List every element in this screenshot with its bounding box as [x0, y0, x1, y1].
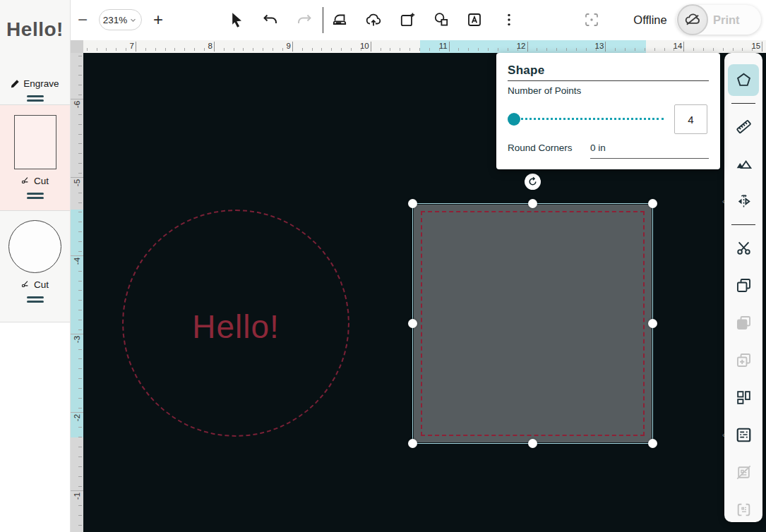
step-drag-handle[interactable] [27, 193, 44, 199]
cut-icon [21, 176, 30, 186]
engrave-text[interactable]: Hello! [124, 308, 348, 346]
circle-step-thumbnail [8, 220, 61, 273]
mountains-icon [735, 155, 753, 173]
chevron-down-icon [128, 16, 138, 25]
grid-bracket-icon [735, 501, 753, 519]
selected-square-shape[interactable] [412, 203, 653, 444]
cursor-icon [228, 11, 245, 28]
steps-sidebar: Hello! Engrave Cut Cut [0, 0, 71, 532]
scanner-icon [331, 11, 348, 28]
zoom-level-dropdown[interactable]: 231% [99, 9, 142, 30]
ruler-tick-label: -2 [72, 411, 82, 424]
arrange-tool[interactable] [728, 382, 759, 413]
copy-plus-icon [735, 351, 753, 369]
expand-chevron-icon[interactable]: ‹ [722, 197, 725, 205]
measure-tool[interactable] [728, 111, 759, 143]
align-panel-icon [735, 426, 753, 444]
step-cut-square[interactable]: Cut [0, 105, 70, 211]
selection-handle-w[interactable] [408, 319, 417, 328]
ruler-tick-label: 7 [116, 42, 134, 50]
circle-shape[interactable]: Hello! [122, 210, 349, 437]
round-corners-label: Round Corners [508, 143, 573, 153]
copy-icon [735, 277, 753, 294]
cut-tool[interactable] [728, 232, 759, 264]
selection-handle-n[interactable] [528, 199, 537, 208]
ruler-tick-label: 13 [585, 42, 604, 50]
ruler-tick-label: -6 [72, 98, 82, 111]
mirror-tool[interactable]: ‹ [728, 186, 759, 217]
ruler-tick-label: 15 [742, 42, 760, 50]
insert-artwork-button[interactable] [399, 11, 416, 28]
copy-filled-icon [735, 314, 753, 332]
select-tool-button[interactable] [228, 11, 245, 28]
mirror-icon [735, 193, 753, 210]
duplicate-tool[interactable] [728, 270, 759, 301]
artwork-tool[interactable] [728, 148, 759, 180]
rail-divider [731, 103, 755, 104]
redo-button[interactable] [296, 11, 313, 28]
step-drag-handle[interactable] [27, 296, 44, 303]
ruler-corner [71, 40, 83, 53]
undo-icon [262, 11, 279, 28]
toolbar-divider [323, 7, 323, 33]
selection-handle-ne[interactable] [648, 199, 657, 208]
text-icon [466, 11, 483, 28]
shapes-button[interactable] [433, 11, 450, 28]
rotate-handle[interactable] [525, 174, 541, 190]
cut-icon [21, 280, 30, 289]
more-options-button[interactable] [501, 11, 517, 28]
align-tool[interactable]: ‹ [728, 419, 759, 451]
kebab-menu-icon [501, 11, 517, 28]
group-tool[interactable] [728, 494, 759, 526]
shape-tool[interactable] [728, 64, 759, 96]
step-cut-circle[interactable]: Cut [0, 211, 70, 322]
ruler-tick-label: 9 [273, 42, 291, 50]
step-drag-handle[interactable] [27, 95, 44, 102]
zoom-out-button[interactable]: − [74, 11, 91, 28]
selection-handle-se[interactable] [648, 439, 657, 448]
vertical-ruler: -6-5-4-3-2-1 [71, 53, 83, 532]
ruler-tick-label: -3 [72, 333, 82, 346]
ruler-tick-label: 8 [194, 42, 213, 50]
focus-icon [583, 11, 600, 28]
points-slider-track[interactable] [512, 118, 664, 120]
rail-divider [731, 224, 755, 225]
ruler-tick-label: -5 [72, 176, 82, 189]
expand-chevron-icon[interactable]: ‹ [722, 430, 725, 439]
ruler-tick-label: 10 [351, 42, 369, 50]
text-button[interactable] [466, 11, 483, 28]
shapes-icon [433, 11, 450, 28]
selection-handle-nw[interactable] [408, 199, 417, 208]
app-window: − 231% + [0, 0, 766, 532]
cloud-upload-icon [365, 11, 382, 28]
print-button[interactable]: Print [676, 5, 761, 35]
distribute-tool[interactable] [728, 457, 759, 488]
set-focus-button[interactable] [583, 11, 600, 28]
engrave-step-thumbnail: Hello! [0, 18, 70, 41]
zoom-in-button[interactable]: + [150, 11, 167, 28]
upload-button[interactable] [365, 11, 382, 28]
ruler-tick-label: 11 [429, 42, 448, 50]
zoom-level-value: 231% [103, 15, 128, 25]
points-slider-thumb[interactable] [508, 113, 520, 126]
grid-slash-icon [735, 464, 753, 481]
ruler-tick-label: -1 [72, 490, 82, 502]
number-of-points-label: Number of Points [508, 85, 581, 96]
round-corners-input[interactable]: 0 in [590, 143, 709, 159]
undo-button[interactable] [262, 11, 279, 28]
add-copy-tool[interactable] [728, 344, 759, 376]
step-label: Cut [34, 279, 49, 290]
selection-handle-s[interactable] [528, 439, 537, 448]
selection-extent-highlight-vertical [71, 210, 83, 437]
selection-handle-e[interactable] [648, 319, 657, 328]
copy-style-tool[interactable] [728, 307, 759, 339]
panel-divider [508, 80, 709, 81]
panel-title: Shape [508, 64, 545, 78]
layout-icon [735, 389, 753, 406]
selection-handle-sw[interactable] [408, 439, 417, 448]
redo-icon [296, 11, 313, 28]
scan-button[interactable] [331, 11, 348, 28]
points-value-input[interactable] [674, 104, 707, 134]
ruler-tick-label: 12 [508, 42, 526, 50]
step-engrave[interactable]: Hello! Engrave [0, 0, 70, 105]
